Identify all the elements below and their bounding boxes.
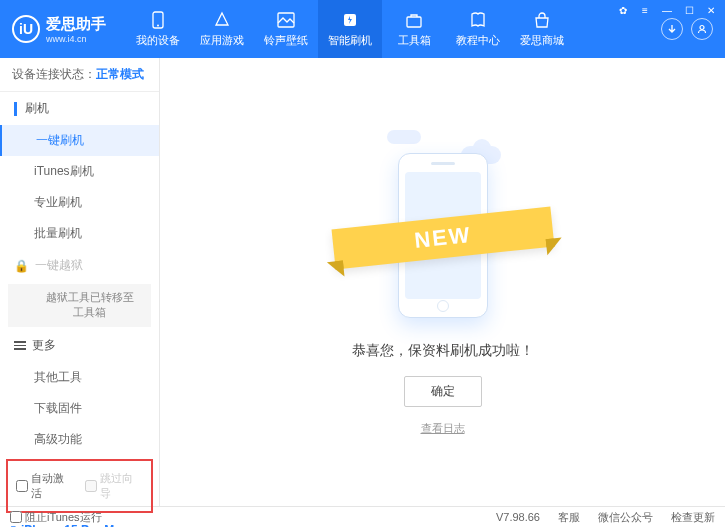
connection-status: 设备连接状态：正常模式 [0,58,159,92]
svg-rect-4 [407,17,421,27]
footer-support[interactable]: 客服 [558,510,580,525]
close-icon[interactable]: ✕ [703,3,719,17]
sidebar-item-oneclick-flash[interactable]: 一键刷机 [0,125,159,156]
version-label: V7.98.66 [496,511,540,523]
svg-point-5 [700,26,704,30]
app-title: 爱思助手 [46,15,106,34]
status-mode: 正常模式 [96,67,144,81]
section-label: 更多 [32,337,56,354]
nav-store[interactable]: 爱思商城 [510,0,574,58]
checkbox-input [85,480,97,492]
section-flash[interactable]: 刷机 [0,92,159,125]
sidebar-item-itunes-flash[interactable]: iTunes刷机 [0,156,159,187]
sidebar-item-pro-flash[interactable]: 专业刷机 [0,187,159,218]
hamburger-icon [14,341,26,350]
svg-point-1 [157,25,159,27]
options-highlighted: 自动激活 跳过向导 [6,459,153,513]
flash-icon [340,10,360,30]
sidebar: 设备连接状态：正常模式 刷机 一键刷机 iTunes刷机 专业刷机 批量刷机 🔒… [0,58,160,506]
nav-my-device[interactable]: 我的设备 [126,0,190,58]
nav-label: 铃声壁纸 [264,33,308,48]
nav-flash[interactable]: 智能刷机 [318,0,382,58]
nav-label: 智能刷机 [328,33,372,48]
checkbox-label: 跳过向导 [100,471,144,501]
section-label: 一键越狱 [35,257,83,274]
footer-check-update[interactable]: 检查更新 [671,510,715,525]
section-label: 刷机 [25,100,49,117]
sidebar-item-advanced[interactable]: 高级功能 [0,424,159,455]
jailbreak-notice: 越狱工具已转移至工具箱 [8,284,151,327]
app-subtitle: www.i4.cn [46,34,106,44]
status-label: 设备连接状态： [12,67,96,81]
header-actions [661,18,713,40]
tshirt-icon[interactable]: ✿ [615,3,631,17]
menu-icon[interactable]: ≡ [637,3,653,17]
section-more[interactable]: 更多 [0,329,159,362]
nav-label: 教程中心 [456,33,500,48]
phone-icon [148,10,168,30]
checkbox-auto-activate[interactable]: 自动激活 [16,471,75,501]
nav-label: 我的设备 [136,33,180,48]
success-illustration: NEW [343,128,543,318]
logo: iU 爱思助手 www.i4.cn [12,15,106,44]
nav-label: 爱思商城 [520,33,564,48]
nav-label: 工具箱 [398,33,431,48]
section-jailbreak: 🔒 一键越狱 [0,249,159,282]
checkbox-input[interactable] [16,480,28,492]
nav-toolbox[interactable]: 工具箱 [382,0,446,58]
maximize-icon[interactable]: ☐ [681,3,697,17]
cloud-icon [387,130,421,144]
checkbox-skip-guide: 跳过向导 [85,471,144,501]
view-log-link[interactable]: 查看日志 [421,421,465,436]
checkbox-label: 阻止iTunes运行 [25,510,102,525]
nav-apps[interactable]: 应用游戏 [190,0,254,58]
apps-icon [212,10,232,30]
book-icon [468,10,488,30]
checkbox-block-itunes[interactable]: 阻止iTunes运行 [10,510,102,525]
sidebar-item-download-firmware[interactable]: 下载固件 [0,393,159,424]
download-button[interactable] [661,18,683,40]
minimize-icon[interactable]: — [659,3,675,17]
checkbox-input[interactable] [10,511,22,523]
success-message: 恭喜您，保资料刷机成功啦！ [352,342,534,360]
footer-wechat[interactable]: 微信公众号 [598,510,653,525]
store-icon [532,10,552,30]
lock-icon: 🔒 [14,259,29,273]
sidebar-item-other-tools[interactable]: 其他工具 [0,362,159,393]
ok-button[interactable]: 确定 [404,376,482,407]
nav-label: 应用游戏 [200,33,244,48]
toolbox-icon [404,10,424,30]
image-icon [276,10,296,30]
sidebar-item-batch-flash[interactable]: 批量刷机 [0,218,159,249]
checkbox-label: 自动激活 [31,471,75,501]
nav-ringtones[interactable]: 铃声壁纸 [254,0,318,58]
window-controls: ✿ ≡ — ☐ ✕ [615,3,719,17]
top-nav: 我的设备 应用游戏 铃声壁纸 智能刷机 工具箱 [126,0,574,58]
main-content: NEW 恭喜您，保资料刷机成功啦！ 确定 查看日志 [160,58,725,506]
user-button[interactable] [691,18,713,40]
logo-icon: iU [12,15,40,43]
body: 设备连接状态：正常模式 刷机 一键刷机 iTunes刷机 专业刷机 批量刷机 🔒… [0,58,725,506]
nav-tutorials[interactable]: 教程中心 [446,0,510,58]
app-header: ✿ ≡ — ☐ ✕ iU 爱思助手 www.i4.cn 我的设备 应用游戏 [0,0,725,58]
